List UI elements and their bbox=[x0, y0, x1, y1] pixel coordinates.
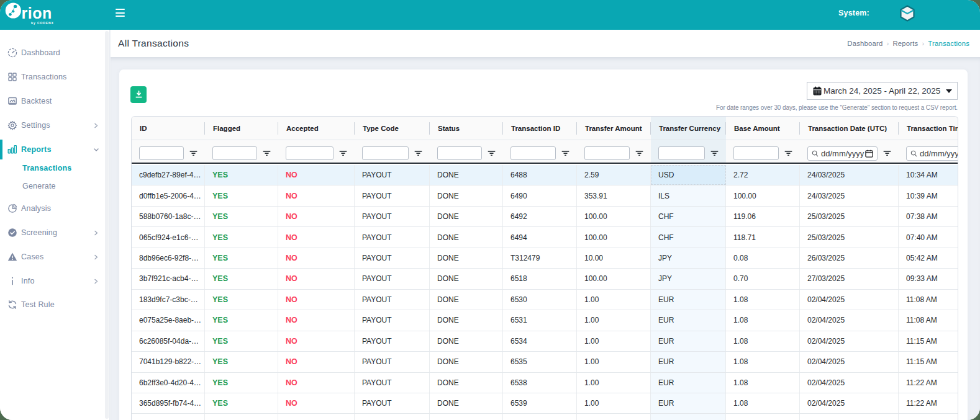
svg-text:by CODENX: by CODENX bbox=[31, 21, 54, 25]
svg-text:rion: rion bbox=[22, 4, 52, 22]
